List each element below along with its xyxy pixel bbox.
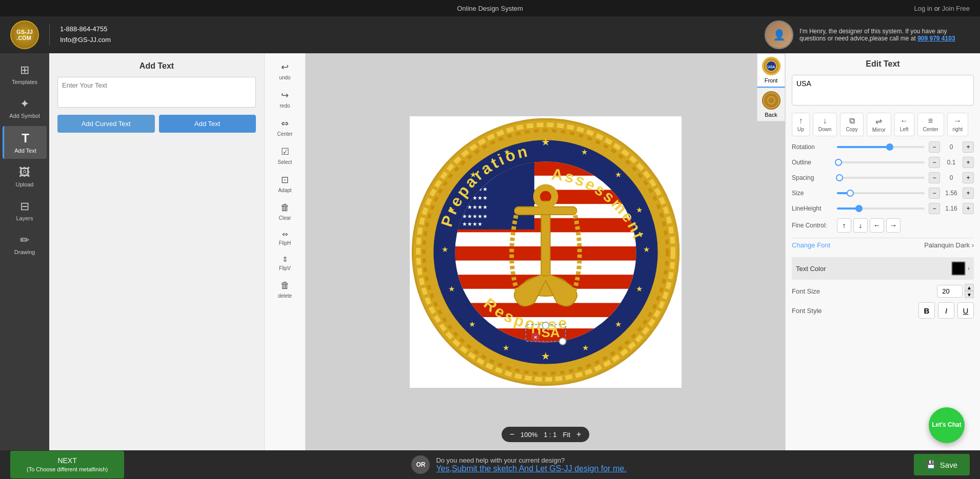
- front-tab[interactable]: USA Front: [757, 53, 785, 88]
- sidebar-item-add-symbol[interactable]: ✦ Add Symbol: [3, 92, 47, 124]
- lineheight-increase[interactable]: +: [963, 203, 974, 214]
- text-color-swatch[interactable]: [951, 261, 966, 276]
- back-tab[interactable]: Back: [757, 88, 785, 121]
- adapt-tool[interactable]: ⊡ Adapt: [267, 170, 303, 197]
- svg-text:★: ★: [635, 284, 642, 293]
- clear-tool[interactable]: 🗑 Clear: [267, 198, 303, 225]
- font-style-buttons: B I U: [918, 302, 974, 319]
- center-tool[interactable]: ⇔ Center: [267, 114, 303, 141]
- mirror-button[interactable]: ⇌ Mirror: [867, 113, 891, 136]
- save-button[interactable]: 💾 Save: [914, 454, 970, 475]
- sidebar-item-add-text[interactable]: T Add Text: [3, 126, 47, 159]
- left-sidebar: ⊞ Templates ✦ Add Symbol T Add Text 🖼 Up…: [0, 53, 49, 450]
- spacing-decrease[interactable]: −: [929, 172, 940, 183]
- zoom-in-button[interactable]: +: [576, 430, 581, 439]
- fine-up-button[interactable]: ↑: [837, 218, 851, 233]
- text-buttons: Add Curved Text Add Text: [57, 115, 256, 133]
- svg-text:★: ★: [503, 343, 509, 352]
- center-align-button[interactable]: ≡ Center: [917, 113, 944, 136]
- bottom-bar: NEXT (To Choose different metalfinish) O…: [0, 450, 980, 479]
- fine-right-button[interactable]: →: [886, 218, 901, 233]
- chat-bubble[interactable]: Let's Chat: [929, 407, 965, 443]
- copy-button[interactable]: ⧉ Copy: [840, 113, 863, 136]
- font-size-row: Font Size ▲ ▼: [792, 284, 974, 298]
- svg-point-53: [559, 338, 566, 344]
- delete-tool[interactable]: 🗑 delete: [267, 276, 303, 303]
- right-button[interactable]: → right: [947, 113, 968, 136]
- front-tab-label: Front: [765, 77, 778, 84]
- rotation-increase[interactable]: +: [963, 141, 974, 153]
- undo-label: undo: [279, 75, 290, 80]
- up-button[interactable]: ↑ Up: [792, 113, 810, 136]
- left-button[interactable]: ← Left: [894, 113, 914, 136]
- fliph-tool[interactable]: ⇔ FlipH: [267, 226, 303, 250]
- zoom-out-button[interactable]: −: [510, 430, 514, 439]
- change-font-link[interactable]: Change Font: [792, 241, 830, 249]
- spacing-increase[interactable]: +: [963, 172, 974, 183]
- lineheight-controls: − 1.16 +: [929, 203, 974, 214]
- size-row: Size − 1.56 +: [792, 188, 974, 199]
- phone-number[interactable]: 1-888-864-4755: [60, 24, 111, 35]
- font-style-row: Font Style B I U: [792, 302, 974, 319]
- bold-button[interactable]: B: [918, 302, 935, 319]
- rotation-decrease[interactable]: −: [929, 141, 940, 153]
- add-text-button[interactable]: Add Text: [159, 115, 256, 133]
- back-tab-label: Back: [765, 112, 777, 118]
- size-decrease[interactable]: −: [929, 188, 940, 199]
- outline-increase[interactable]: +: [963, 157, 974, 168]
- font-size-input[interactable]: [937, 285, 963, 298]
- or-badge: OR: [411, 455, 430, 474]
- redo-tool[interactable]: ↪ redo: [267, 86, 303, 113]
- svg-text:★: ★: [541, 350, 550, 361]
- sidebar-item-label: Add Symbol: [9, 113, 39, 119]
- font-size-control: ▲ ▼: [937, 284, 974, 298]
- join-link[interactable]: Join Free: [942, 5, 970, 12]
- sidebar-item-drawing[interactable]: ✏ Drawing: [3, 228, 47, 260]
- transform-buttons: ↑ Up ↓ Down ⧉ Copy ⇌ Mirror ← Left ≡ Cen…: [792, 113, 974, 136]
- mirror-icon: ⇌: [875, 116, 882, 126]
- next-button[interactable]: NEXT (To Choose different metalfinish): [10, 451, 124, 479]
- lineheight-decrease[interactable]: −: [929, 203, 940, 214]
- adapt-icon: ⊡: [281, 174, 289, 185]
- size-track[interactable]: [837, 192, 925, 194]
- canvas-area: USA Front Back: [306, 53, 785, 450]
- sidebar-item-upload[interactable]: 🖼 Upload: [3, 161, 47, 193]
- add-curved-text-button[interactable]: Add Curved Text: [57, 115, 155, 133]
- text-input[interactable]: [57, 77, 256, 108]
- underline-button[interactable]: U: [957, 302, 974, 319]
- zoom-fit[interactable]: Fit: [563, 431, 570, 439]
- fine-down-button[interactable]: ↓: [853, 218, 868, 233]
- outline-decrease[interactable]: −: [929, 157, 940, 168]
- rotation-track[interactable]: [837, 146, 925, 148]
- select-tool[interactable]: ☑ Select: [267, 142, 303, 169]
- save-icon: 💾: [926, 460, 936, 469]
- down-icon: ↓: [823, 116, 827, 126]
- zoom-ratio: 1 : 1: [544, 431, 556, 439]
- italic-button[interactable]: I: [938, 302, 954, 319]
- login-link[interactable]: Log in: [914, 5, 932, 12]
- font-size-up[interactable]: ▲: [965, 284, 974, 291]
- fine-left-button[interactable]: ←: [870, 218, 884, 233]
- down-button[interactable]: ↓ Down: [813, 113, 837, 136]
- svg-text:×: ×: [533, 334, 536, 340]
- templates-icon: ⊞: [20, 64, 29, 77]
- svg-text:★: ★: [581, 148, 587, 156]
- sidebar-item-layers[interactable]: ⊟ Layers: [3, 195, 47, 226]
- help-link[interactable]: Yes,Submit the sketch And Let GS-JJ desi…: [436, 464, 626, 473]
- email-address[interactable]: Info@GS-JJ.com: [60, 35, 111, 46]
- font-size-down[interactable]: ▼: [965, 291, 974, 298]
- zoom-value: 100%: [521, 431, 537, 439]
- drawing-icon: ✏: [20, 234, 29, 247]
- lineheight-track[interactable]: [837, 207, 925, 210]
- panel-title: Add Text: [57, 61, 256, 71]
- sidebar-item-templates[interactable]: ⊞ Templates: [3, 58, 47, 90]
- edit-text-input[interactable]: USA: [792, 75, 974, 106]
- outline-track[interactable]: [837, 161, 925, 163]
- help-text: Do you need help with your current desig…: [436, 456, 626, 464]
- assistant-phone[interactable]: 909 979 4103: [917, 35, 955, 42]
- size-increase[interactable]: +: [963, 188, 974, 199]
- flipv-tool[interactable]: ⇕ FlipV: [267, 251, 303, 275]
- spacing-track[interactable]: [837, 177, 925, 179]
- undo-tool[interactable]: ↩ undo: [267, 57, 303, 85]
- main-layout: ⊞ Templates ✦ Add Symbol T Add Text 🖼 Up…: [0, 53, 980, 450]
